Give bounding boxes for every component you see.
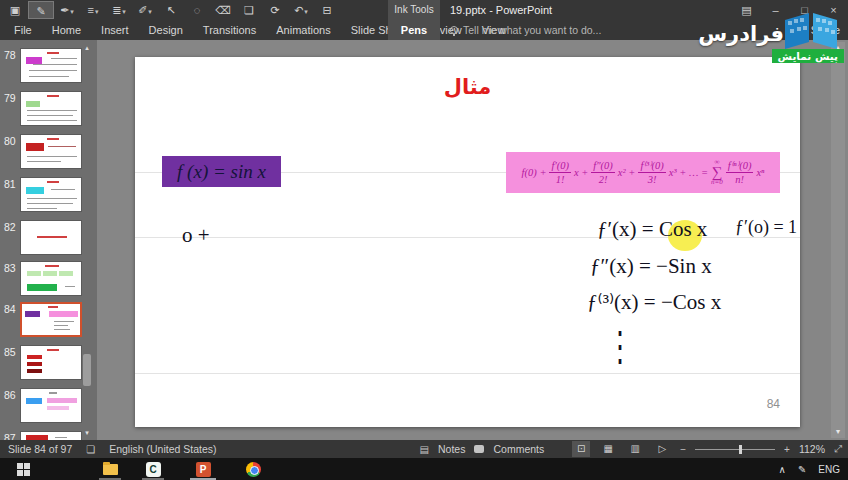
customize-qat-icon[interactable]: ⊟	[314, 1, 340, 19]
tray-chevron-icon[interactable]: ∧	[779, 464, 786, 475]
system-tray: ∧ ✎ ENG	[779, 458, 840, 480]
windows-logo-icon	[17, 463, 30, 476]
thumbnail-number: 84	[0, 302, 20, 315]
slide-page-number: 84	[767, 397, 780, 411]
scroll-down-icon[interactable]: ▾	[82, 427, 92, 438]
dropdown-caret-icon: ▾	[95, 8, 99, 15]
windows-ink-icon[interactable]: ✎	[798, 464, 806, 475]
scroll-down-icon[interactable]: ▾	[831, 426, 845, 438]
slide-thumbnail-preview[interactable]	[20, 220, 82, 255]
faradars-brand-text: فرادرس	[698, 22, 784, 46]
slide-thumbnail-preview[interactable]	[20, 48, 82, 83]
slide-thumbnail-preview-selected[interactable]	[20, 302, 82, 337]
slide-sorter-view-icon[interactable]: ▦	[599, 441, 617, 457]
thumbnail-number: 80	[0, 134, 20, 147]
active-pen-icon[interactable]: ✎	[28, 1, 54, 19]
save-icon[interactable]: ▣	[2, 1, 28, 19]
comments-button[interactable]: Comments	[493, 443, 544, 455]
ink-third-derivative: ƒ⁽³⁾(x) = −Cos x	[587, 290, 721, 315]
status-left: Slide 84 of 97 ❏ English (United States)	[0, 443, 217, 455]
zoom-level[interactable]: 112%	[799, 443, 825, 455]
slide-indicator: Slide 84 of 97	[8, 443, 72, 455]
thumbnail-number: 86	[0, 388, 20, 401]
tab-pens[interactable]: Pens	[388, 20, 440, 40]
powerpoint-window: ▣ ✎ ✒▾ ≡▾ ≣▾ ✐▾ ↖ ◌ ⌫ ❏ ⟳ ↶▾ ⊟ Ink Tools…	[0, 0, 848, 480]
reading-view-icon[interactable]: ▥	[626, 441, 644, 457]
scroll-up-icon[interactable]: ▴	[82, 42, 92, 53]
tab-home[interactable]: Home	[42, 20, 91, 40]
thumbnail-number: 83	[0, 261, 20, 274]
series-fraction: f⁽ⁿ⁾(0)n!	[726, 160, 754, 185]
editor-scrollbar[interactable]: ▴ ▾	[831, 42, 845, 438]
document-title: 19.pptx - PowerPoint	[450, 0, 552, 20]
zoom-out-icon[interactable]: −	[680, 444, 686, 455]
lasso-select-icon[interactable]: ◌	[184, 1, 210, 19]
ink-vertical-ellipsis: ⋮	[607, 323, 633, 371]
preview-badge: پیش نمایش	[772, 49, 844, 63]
function-definition-box[interactable]: f (x) = sin x	[162, 156, 281, 187]
camtasia-button[interactable]: C	[138, 458, 168, 480]
dropdown-caret-icon: ▾	[122, 8, 126, 15]
chrome-button[interactable]	[238, 458, 268, 480]
spell-check-icon[interactable]: ❏	[86, 444, 95, 455]
slide-thumbnail-preview[interactable]	[20, 345, 82, 380]
ink-first-derivative-at-zero: ƒ′(o) = 1	[735, 217, 797, 238]
slide-thumbnail-preview[interactable]	[20, 177, 82, 212]
folder-icon	[103, 464, 118, 475]
series-fraction: f″(0)2!	[591, 160, 615, 185]
thumbnail-number: 79	[0, 91, 20, 104]
select-cursor-icon[interactable]: ↖	[158, 1, 184, 19]
scrollbar-thumb[interactable]	[83, 354, 91, 386]
quick-access-toolbar: ▣ ✎ ✒▾ ≡▾ ≣▾ ✐▾ ↖ ◌ ⌫ ❏ ⟳ ↶▾ ⊟	[2, 0, 340, 20]
fit-slide-icon[interactable]: ⤢	[834, 443, 842, 455]
redo-icon[interactable]: ⟳	[262, 1, 288, 19]
chrome-icon	[246, 462, 261, 477]
slide-canvas[interactable]: مثال f (x) = sin x f(0) + f′(0)1! x + f″…	[135, 57, 800, 427]
zoom-slider-thumb[interactable]	[739, 445, 742, 454]
normal-view-icon[interactable]: ⊡	[572, 441, 590, 457]
series-term: f(0) +	[522, 167, 547, 178]
powerpoint-button[interactable]: P	[188, 458, 218, 480]
tab-transitions[interactable]: Transitions	[193, 20, 266, 40]
language-indicator[interactable]: English (United States)	[109, 443, 216, 455]
notes-icon: ▤	[420, 444, 429, 455]
highlighter-icon[interactable]: ✐▾	[132, 1, 158, 19]
comments-icon	[474, 445, 484, 453]
line-thickness-icon[interactable]: ≡▾	[80, 1, 106, 19]
tab-insert[interactable]: Insert	[91, 20, 139, 40]
tell-me-label: Tell me what you want to do...	[463, 24, 601, 36]
faradars-book-icon	[782, 10, 840, 50]
tell-me-box[interactable]: Tell me what you want to do...	[450, 20, 601, 40]
tray-language[interactable]: ENG	[818, 464, 840, 475]
slide-thumbnail-preview[interactable]	[20, 388, 82, 423]
zoom-in-icon[interactable]: +	[784, 444, 790, 455]
slide-thumbnail-preview[interactable]	[20, 91, 82, 126]
ink-tools-group-label: Ink Tools	[388, 0, 440, 20]
notes-button[interactable]: Notes	[438, 443, 465, 455]
file-explorer-button[interactable]	[95, 458, 125, 480]
ink-first-derivative: ƒ′(x) = Cos x	[597, 217, 707, 242]
slide-thumbnail-panel: 78 79	[0, 40, 97, 440]
maclaurin-series-box[interactable]: f(0) + f′(0)1! x + f″(0)2! x² + f⁽³⁾(0)3…	[506, 152, 780, 193]
eraser-icon[interactable]: ⌫	[210, 1, 236, 19]
tab-animations[interactable]: Animations	[266, 20, 340, 40]
pens-gallery-icon[interactable]: ≣▾	[106, 1, 132, 19]
slide-editor: مثال f (x) = sin x f(0) + f′(0)1! x + f″…	[97, 40, 848, 440]
slide-show-icon[interactable]: ▷	[653, 441, 671, 457]
thumbnail-scrollbar[interactable]: ▴ ▾	[82, 42, 92, 438]
thumbnail-number: 87	[0, 431, 20, 440]
tab-design[interactable]: Design	[139, 20, 193, 40]
ink-color-icon[interactable]: ✒▾	[54, 1, 80, 19]
zoom-slider[interactable]	[695, 449, 775, 450]
duplicate-icon[interactable]: ❏	[236, 1, 262, 19]
tab-file[interactable]: File	[4, 20, 42, 40]
slide-thumbnail-preview[interactable]	[20, 431, 82, 440]
start-button[interactable]	[8, 458, 38, 480]
faradars-watermark: فرادرس پیش نمایش	[694, 8, 844, 66]
slide-thumbnail-preview[interactable]	[20, 134, 82, 169]
series-term: x² +	[618, 167, 636, 178]
status-right: ▤ Notes Comments ⊡ ▦ ▥ ▷ − + 112% ⤢	[420, 441, 848, 457]
slide-thumbnail-preview[interactable]	[20, 261, 82, 296]
undo-icon[interactable]: ↶▾	[288, 1, 314, 19]
series-term: xⁿ	[756, 167, 764, 178]
